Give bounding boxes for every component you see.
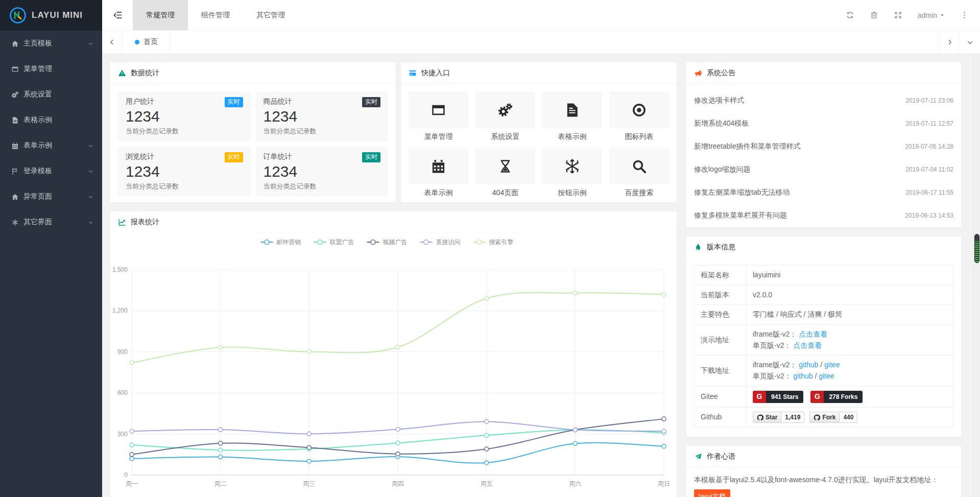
svg-text:1,500: 1,500 — [112, 266, 128, 273]
sidebar-item-7[interactable]: 其它界面 — [0, 209, 102, 235]
author-line1: 本模板基于layui2.5.4以及font-awesome-4.7.0进行实现。… — [694, 476, 938, 484]
quick-entry-7[interactable]: 百度搜索 — [609, 148, 669, 198]
version-label: 框架名称 — [695, 266, 747, 286]
drop-icon — [694, 243, 702, 251]
link-点击查看[interactable]: 点击查看 — [793, 341, 822, 349]
link-gitee[interactable]: gitee — [824, 361, 840, 369]
quick-entry-6[interactable]: 按钮示例 — [542, 148, 602, 198]
sidebar-item-5[interactable]: 登录模板 — [0, 158, 102, 184]
asterisk-icon — [11, 219, 23, 226]
quick-entry-2[interactable]: 表格示例 — [542, 91, 602, 141]
scrollbar-thumb[interactable] — [974, 234, 979, 263]
tabs-scroll-right-button[interactable] — [939, 31, 960, 53]
stat-label: 商品统计 — [264, 97, 292, 106]
chevron-down-icon — [967, 39, 973, 45]
app-logo[interactable]: LAYUI MINI — [0, 0, 102, 31]
quick-entry-1[interactable]: 系统设置 — [475, 91, 535, 141]
fullscreen-button[interactable] — [894, 11, 902, 19]
caret-down-icon — [940, 13, 945, 18]
snowflake-icon — [542, 148, 602, 184]
header-nav-item-0[interactable]: 常规管理 — [133, 0, 188, 30]
quick-entry-card: 快捷入口 菜单管理 系统设置 表格示例 图标列表 表单示例 404页面 按钮示例… — [400, 62, 677, 203]
app-title: LAYUI MINI — [32, 10, 83, 20]
layui-doc-badge[interactable]: layui文档 — [694, 489, 730, 497]
report-line-chart[interactable]: 03006009001,2001,500周一周二周三周四周五周六周日邮件营销联盟… — [110, 233, 677, 497]
notice-time: 2019-06-17 11:55 — [905, 189, 953, 196]
github-icon — [814, 414, 820, 421]
tabs-scroll-left-button[interactable] — [102, 31, 123, 53]
version-label: 主要特色 — [695, 305, 747, 325]
notice-item-1[interactable]: 新增系统404模板 2019-07-11 12:57 — [694, 112, 953, 135]
quick-entry-3[interactable]: 图标列表 — [609, 91, 669, 141]
author-body: 本模板基于layui2.5.4以及font-awesome-4.7.0进行实现。… — [686, 467, 961, 497]
link-github[interactable]: github — [799, 361, 818, 369]
tab-home[interactable]: 首页 — [123, 31, 171, 53]
version-row-3: 演示地址iframe版-v2： 点击查看单页版-v2： 点击查看 — [695, 325, 953, 356]
sidebar-item-4[interactable]: 表单示例 — [0, 133, 102, 158]
calendar-icon — [11, 142, 23, 150]
user-menu[interactable]: admin — [918, 11, 945, 19]
quick-entry-label: 按钮示例 — [542, 188, 602, 198]
header-nav-item-2[interactable]: 其它管理 — [243, 0, 298, 30]
trash-icon — [870, 11, 878, 19]
gitee-badge[interactable]: G278 Forks — [810, 391, 863, 403]
paper-plane-icon — [694, 453, 702, 461]
chevron-down-icon — [88, 194, 94, 200]
sidebar-item-6[interactable]: 异常页面 — [0, 184, 102, 209]
bullhorn-icon — [694, 69, 702, 77]
version-label: 下载地址 — [695, 356, 747, 386]
notice-time: 2019-07-04 11:02 — [905, 166, 953, 173]
gitee-badge[interactable]: G941 Stars — [753, 391, 803, 403]
notice-item-0[interactable]: 修改选项卡样式 2019-07-11 23:06 — [694, 89, 953, 112]
stat-label: 用户统计 — [126, 97, 154, 106]
stat-box-2: 浏览统计 实时 1234 当前分类总记录数 — [118, 147, 251, 197]
notice-item-5[interactable]: 修复多模块菜单栏展开有问题 2019-06-13 14:53 — [694, 204, 953, 227]
header-nav-item-1[interactable]: 组件管理 — [188, 0, 243, 30]
notice-text: 修复左侧菜单缩放tab无法移动 — [694, 188, 790, 197]
gitee-badge-text: 941 Stars — [766, 391, 803, 403]
report-card: 报表统计 03006009001,2001,500周一周二周三周四周五周六周日邮… — [110, 211, 677, 497]
version-row-5: GiteeG941 StarsG278 Forks — [695, 386, 953, 407]
link-gitee[interactable]: gitee — [819, 372, 834, 380]
collapse-sidebar-button[interactable] — [102, 0, 133, 30]
refresh-button[interactable] — [846, 11, 854, 19]
svg-text:直接访问: 直接访问 — [436, 239, 461, 246]
page-scrollbar[interactable] — [973, 54, 980, 497]
svg-text:周六: 周六 — [569, 480, 581, 487]
window-icon — [11, 65, 23, 73]
quick-entry-4[interactable]: 表单示例 — [409, 148, 468, 198]
sidebar-item-0[interactable]: 主页模板 — [0, 31, 102, 56]
calendar-icon — [409, 148, 468, 184]
github-badge[interactable]: Star1,419 — [753, 412, 804, 423]
svg-text:600: 600 — [117, 389, 128, 396]
search-icon — [609, 148, 669, 184]
stat-value: 1234 — [264, 108, 381, 125]
clear-cache-button[interactable] — [870, 11, 878, 19]
home-icon — [11, 40, 23, 48]
chevron-down-icon — [88, 169, 94, 174]
more-menu-button[interactable] — [960, 11, 969, 19]
stat-badge: 实时 — [225, 97, 243, 107]
notice-time: 2019-07-11 12:57 — [905, 120, 953, 127]
notice-item-2[interactable]: 新增treetable插件和菜单管理样式 2019-07-05 14:28 — [694, 135, 953, 158]
sidebar-item-2[interactable]: 系统设置 — [0, 82, 102, 107]
main-content: 数据统计 用户统计 实时 1234 当前分类总记录数 商品统计 实时 1234 … — [102, 54, 973, 497]
tab-label: 首页 — [144, 37, 158, 46]
quick-entry-5[interactable]: 404页面 — [475, 148, 535, 198]
sidebar-item-1[interactable]: 菜单管理 — [0, 56, 102, 82]
github-badge[interactable]: Fork440 — [809, 412, 857, 423]
quick-entry-label: 404页面 — [475, 188, 535, 198]
svg-text:搜索引擎: 搜索引擎 — [489, 239, 514, 246]
notice-item-4[interactable]: 修复左侧菜单缩放tab无法移动 2019-06-17 11:55 — [694, 181, 953, 204]
sidebar-item-label: 系统设置 — [23, 90, 94, 99]
version-card-header: 版本信息 — [686, 236, 961, 258]
link-github[interactable]: github — [793, 372, 812, 380]
quick-entry-0[interactable]: 菜单管理 — [409, 91, 468, 141]
sidebar-item-3[interactable]: 表格示例 — [0, 107, 102, 133]
tabs-dropdown-button[interactable] — [960, 31, 980, 53]
fullscreen-icon — [894, 11, 902, 19]
card-panel-icon — [409, 69, 417, 77]
link-点击查看[interactable]: 点击查看 — [799, 330, 827, 338]
svg-text:300: 300 — [117, 431, 128, 438]
notice-item-3[interactable]: 修改logo缩放问题 2019-07-04 11:02 — [694, 158, 953, 181]
